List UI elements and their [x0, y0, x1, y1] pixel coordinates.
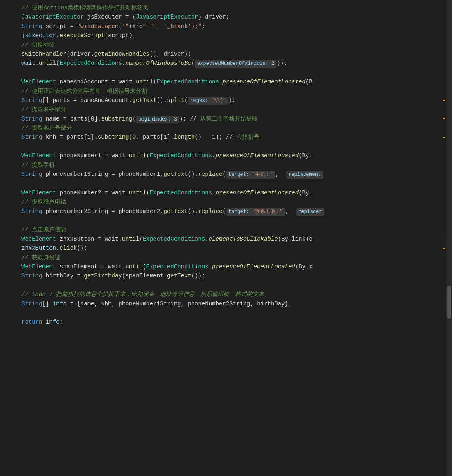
code-token: //: [21, 105, 32, 114]
code-token: String: [21, 22, 42, 31]
code-token: replace: [198, 170, 223, 179]
code-token: ExpectedConditions: [143, 234, 205, 244]
code-token: ExpectedConditions: [59, 59, 122, 68]
code-token: phoneNumber2String = phoneNumber2.: [42, 207, 163, 216]
code-token: ();: [77, 244, 87, 253]
code-token: //: [21, 3, 32, 12]
code-line: // todo : 把能扒拉的信息全扒拉下来，比如佣金、地址等等信息，然后输出统…: [0, 290, 452, 299]
code-token: substring: [101, 114, 132, 123]
code-token: .: [122, 59, 125, 68]
code-line: jsExecutor.executeScript(script);: [0, 31, 452, 40]
code-token: ;: [202, 22, 205, 31]
code-token: presenceOfElementLocated: [222, 77, 306, 86]
code-token: nameAndAccount = wait.: [56, 77, 136, 86]
code-token: () -: [195, 133, 212, 142]
code-token: switchHandler: [21, 50, 66, 59]
code-token: , parts[: [136, 133, 163, 142]
code-token: (: [132, 114, 136, 123]
code-token: getText: [163, 207, 188, 216]
code-token: getText: [132, 96, 157, 105]
code-line: switchHandler(driver.getWindowHandles(),…: [0, 50, 452, 59]
code-line: WebElement phoneNumber2 = wait.until(Exp…: [0, 188, 452, 197]
code-token: 从第二个空格开始提取: [200, 114, 258, 123]
code-token: (script);: [105, 31, 136, 40]
code-line: String script = "window.open('"+href+"',…: [0, 22, 452, 31]
code-token: until: [122, 234, 139, 244]
code-token: JavascriptExecutor: [136, 12, 198, 21]
code-token: executeScript: [59, 31, 104, 40]
code-token: khh = parts[: [42, 133, 87, 142]
code-token: WebElement: [21, 151, 56, 160]
code-token: ); //: [216, 133, 236, 142]
code-token: 提取名字部分: [32, 105, 66, 114]
scrollbar-thumb[interactable]: [447, 286, 451, 319]
code-token: .: [212, 151, 215, 160]
code-token: (), driver);: [150, 50, 191, 59]
code-line: String name = parts[0].substring(beginIn…: [0, 114, 452, 123]
code-token: 去掉括号: [236, 133, 259, 142]
code-token: until: [136, 77, 153, 86]
code-token: 把能扒拉的信息全扒拉下来，比如佣金、地址等等信息，然后输出统一格式的文本。: [56, 290, 270, 299]
code-token: jsExecutor.: [21, 31, 59, 40]
code-token: (: [222, 207, 226, 216]
code-token: until: [129, 188, 146, 197]
code-token: info: [42, 317, 59, 327]
code-token: getWindowHandles: [94, 50, 149, 59]
param-hint: regex: "\\(": [188, 97, 228, 105]
code-token: .: [209, 262, 212, 271]
code-token: elementToBeClickable: [209, 234, 278, 244]
code-token: presenceOfElementLocated: [212, 262, 295, 271]
code-token: //: [21, 40, 32, 50]
code-token: 切换标签: [32, 40, 55, 50]
code-token: //: [21, 225, 32, 234]
code-token: wait.: [21, 59, 39, 68]
code-token: (: [184, 96, 188, 105]
code-token: JavascriptExecutor: [21, 12, 84, 21]
code-line: WebElement phoneNumber1 = wait.until(Exp…: [0, 151, 452, 160]
code-token: String: [21, 271, 42, 280]
code-token: ExpectedConditions: [157, 77, 219, 86]
code-token: //: [21, 123, 32, 133]
code-token: 0: [91, 114, 94, 123]
code-token: 提取客户号部分: [32, 123, 72, 133]
code-token: +href+: [129, 22, 149, 31]
code-line: String birthDay = getBirthday(spanElemen…: [0, 271, 452, 280]
code-token: ); //: [179, 114, 200, 123]
param-hint: beginIndex: 3: [136, 116, 179, 123]
code-token: zhxxButton.: [21, 244, 59, 253]
code-line: String[] info = {name, khh, phoneNumber1…: [0, 299, 452, 308]
code-line: WebElement zhxxButton = wait.until(Expec…: [0, 234, 452, 244]
code-token: (By.: [299, 151, 313, 160]
code-token: 1: [212, 133, 215, 142]
code-token: //: [21, 253, 32, 262]
param-hint: replacement: [286, 171, 323, 179]
code-token: );: [228, 96, 235, 105]
code-token: String: [21, 114, 42, 123]
code-token: //: [21, 161, 32, 170]
code-token: String: [21, 299, 42, 308]
code-token: until: [129, 151, 146, 160]
code-token: ;: [59, 317, 63, 327]
code-token: (: [153, 77, 156, 86]
code-line: String phoneNumber2String = phoneNumber2…: [0, 207, 452, 216]
code-token: (By.: [278, 234, 292, 244]
code-token: getBirthday: [84, 271, 122, 280]
code-line: WebElement spanElement = wait.until(Expe…: [0, 262, 452, 271]
code-line: // 提取联系电话: [0, 197, 452, 206]
code-token: (By.: [299, 188, 313, 197]
code-token: ].: [91, 133, 98, 142]
code-token: = {name, khh, phoneNumber1String, phoneN…: [66, 299, 292, 308]
code-token: linkTe: [292, 234, 312, 244]
code-token: phoneNumber1 = wait.: [56, 151, 129, 160]
code-token: split: [167, 96, 184, 105]
code-token: "window.open('": [77, 22, 129, 31]
code-line: // 提取手机: [0, 161, 452, 170]
scrollbar[interactable]: [446, 0, 452, 476]
code-token: ].: [167, 133, 174, 142]
code-token: "', '_blank');": [150, 22, 202, 31]
code-token: String: [21, 96, 42, 105]
code-token: 使用Actions类模拟键盘操作来打开新标签页: [32, 3, 148, 12]
code-token: (: [139, 234, 143, 244]
code-token: ExpectedConditions: [150, 151, 212, 160]
code-token: length: [174, 133, 195, 142]
